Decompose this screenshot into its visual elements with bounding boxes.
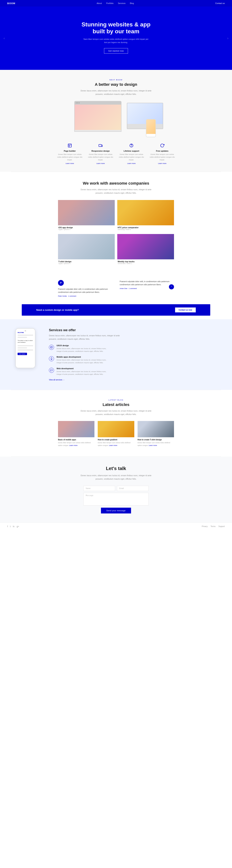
testimonials-section: P Praesent vulputate dolor velit, in con…	[0, 275, 232, 301]
portfolio-image-ios	[58, 200, 115, 225]
form-submit-button[interactable]: Send your message	[101, 508, 131, 514]
testimonial-1-avatar: P	[58, 280, 64, 286]
footer-linkedin-link[interactable]: in	[13, 525, 14, 528]
contact-form: Send your message	[83, 486, 149, 514]
form-name-input[interactable]	[83, 486, 115, 491]
testimonial-2-text: Praesent vulputate dolor velit, in condi…	[120, 280, 174, 286]
companies-description: Donec lacus enim, ullamcorper nec luctus…	[78, 188, 154, 194]
testimonials-row: P Praesent vulputate dolor velit, in con…	[58, 280, 174, 297]
service-mobile: Mobile apps development Donec lacus enim…	[49, 356, 221, 364]
article-2: How to create gradient Donec liber tempo…	[98, 421, 134, 447]
portfolio-music-meta: Sound Box / MNO 1	[118, 262, 174, 265]
nav-link-blog[interactable]: Blog	[130, 2, 134, 4]
uiux-icon	[49, 345, 54, 350]
article-1-title: Basic of mobile apps	[58, 439, 94, 441]
footer-support-link[interactable]: Support	[219, 525, 225, 527]
web-dev-icon	[49, 368, 54, 373]
portfolio-htc-title: HTC price comparator	[118, 226, 174, 228]
hero-title: Stunning websites & app built by our tea…	[7, 21, 225, 35]
view-all-services-link[interactable]: View all services →	[49, 379, 221, 381]
footer-google-link[interactable]: g+	[17, 525, 19, 528]
feature-updates-title: Free updates	[149, 150, 175, 152]
portfolio-item-ios[interactable]: iOS app design Apple / Iphone X	[58, 200, 115, 231]
testimonial-1-text: Praesent vulputate dolor velit, in condi…	[58, 287, 112, 294]
portfolio-item-tshirt[interactable]: T-shirt design Apple / Iphone X	[58, 234, 115, 266]
feature-responsive-text: Donec liber tempor cum soluta nobis elei…	[88, 153, 113, 161]
companies-section: We work with awesome companies Donec lac…	[0, 172, 232, 275]
article-3: How to create T-shirt design Donec liber…	[138, 421, 174, 447]
hero-section: ‹ Stunning websites & app built by our t…	[0, 6, 232, 70]
footer: f t in g+ Privacy Terms Support	[0, 523, 232, 530]
articles-subtitle: LATEST BLOG	[11, 399, 221, 401]
phone-frame-inner: WILDTIME The better to way to collect us…	[16, 329, 35, 368]
form-message-textarea[interactable]	[83, 493, 149, 505]
companies-title: We work with awesome companies	[11, 181, 221, 186]
footer-terms-link[interactable]: Terms	[211, 525, 215, 527]
phone-mockup-small	[146, 119, 156, 137]
footer-twitter-link[interactable]: t	[10, 525, 10, 528]
testimonial-2: Praesent vulputate dolor velit, in condi…	[120, 280, 174, 289]
portfolio-ios-meta: Apple / Iphone X	[58, 228, 114, 230]
hero-prev-button[interactable]: ‹	[2, 35, 6, 42]
feature-updates-link[interactable]: Learn more	[158, 162, 166, 164]
svg-rect-4	[101, 145, 103, 147]
article-2-title: How to create gradient	[98, 439, 134, 441]
service-mobile-title: Mobile apps development	[57, 356, 111, 358]
navbar: BOOM About Portfolio Services Blog Conta…	[0, 0, 232, 6]
footer-social: f t in g+	[7, 525, 19, 528]
svg-rect-8	[51, 346, 53, 348]
article-2-link[interactable]: Learn more	[109, 444, 117, 446]
lets-talk-title: Let's talk	[7, 466, 225, 471]
phone-app-button[interactable]: Get started	[18, 353, 27, 355]
better-way-subtitle: NEXT BOOM	[7, 79, 225, 81]
better-way-description: Donec lacus enim, ullamcorper nec luctus…	[80, 89, 152, 96]
portfolio-item-music[interactable]: Weekly top tracks Sound Box / MNO 1	[117, 234, 174, 266]
cta-banner-button[interactable]: Contact us now	[175, 308, 196, 312]
feature-responsive-link[interactable]: Learn more	[96, 162, 105, 164]
form-name-email-row	[83, 486, 149, 491]
better-way-title: A better way to design	[7, 82, 225, 87]
footer-privacy-link[interactable]: Privacy	[202, 525, 208, 527]
phone-app-label: WILDTIME	[18, 332, 33, 333]
feature-support-title: Lifetime support	[119, 150, 144, 152]
nav-link-portfolio[interactable]: Portfolio	[106, 2, 113, 4]
service-uiux-desc: Donec lacus enim, ullamcorper nec luctus…	[57, 347, 111, 352]
footer-facebook-link[interactable]: f	[7, 525, 8, 528]
feature-updates-text: Donec liber tempor cum soluta nobis elei…	[149, 153, 175, 161]
articles-description: Donec lacus enim, ullamcorper nec luctus…	[80, 409, 152, 416]
hero-next-button[interactable]: ›	[226, 35, 230, 42]
feature-support: Lifetime support Donec liber tempor cum …	[119, 143, 144, 165]
laptop-mockup	[74, 101, 121, 132]
feature-page-builder-link[interactable]: Learn more	[66, 162, 74, 164]
testimonial-2-author: Amen Doe · 1 comment	[120, 287, 174, 289]
svg-rect-7	[81, 207, 92, 218]
form-email-input[interactable]	[117, 486, 149, 491]
svg-point-10	[51, 359, 52, 360]
nav-contact-link[interactable]: Contact us	[215, 2, 225, 4]
article-3-image	[138, 421, 174, 437]
services-section: WILDTIME The better to way to collect us…	[0, 319, 232, 390]
article-3-title: How to create T-shirt design	[138, 439, 174, 441]
page-builder-icon	[67, 143, 73, 148]
hero-cta-button[interactable]: Get started now	[104, 48, 128, 54]
svg-rect-0	[68, 144, 71, 147]
cta-banner: Need a custom design or mobile app? Cont…	[22, 304, 210, 316]
article-2-image	[98, 421, 134, 437]
cta-banner-wrapper: Need a custom design or mobile app? Cont…	[0, 304, 232, 316]
lets-talk-description: Donec lacus enim, ullamcorper nec luctus…	[80, 474, 152, 480]
portfolio-item-htc[interactable]: HTC price comparator Samsung / Note 5	[117, 200, 174, 231]
service-uiux-title: UI/UX design	[57, 344, 111, 347]
feature-responsive-title: Responsive design	[88, 150, 113, 152]
services-title: Services we offer	[49, 328, 221, 332]
responsive-design-icon	[98, 143, 104, 148]
nav-logo: BOOM	[7, 2, 15, 5]
article-1-link[interactable]: Learn more	[69, 444, 78, 446]
feature-support-link[interactable]: Learn more	[127, 162, 136, 164]
nav-link-services[interactable]: Services	[118, 2, 125, 4]
svg-rect-3	[99, 145, 101, 147]
nav-link-about[interactable]: About	[96, 2, 102, 4]
article-3-link[interactable]: Learn more	[149, 444, 157, 446]
nav-links: About Portfolio Services Blog	[96, 2, 134, 4]
service-web: Web development Donec lacus enim, ullamc…	[49, 367, 221, 376]
phone-frame: WILDTIME The better to way to collect us…	[16, 328, 35, 368]
